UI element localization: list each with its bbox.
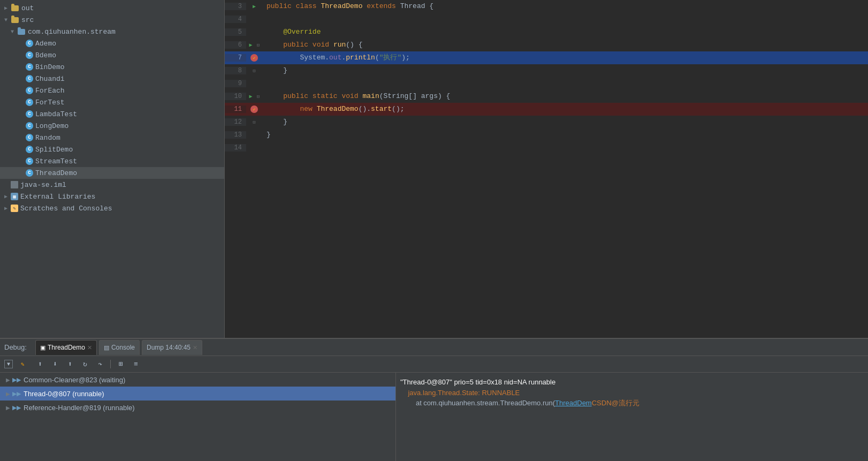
- code-line-13: 13 }: [225, 129, 868, 141]
- class-icon-foreach: C: [26, 87, 33, 94]
- stack-frame-line: at com.qiuhuanhen.stream.ThreadDemo.run(…: [400, 398, 864, 409]
- restore-btn[interactable]: ⬆: [34, 358, 46, 370]
- line-num-5: 5: [225, 28, 246, 36]
- code-line-3: 3 ▶ public class ThreadDemo extends Thre…: [225, 0, 868, 13]
- folder-icon-package: [17, 27, 26, 36]
- line-num-11: 11: [225, 105, 246, 113]
- line-num-12: 12: [225, 118, 246, 126]
- threads-panel: ▶ ▶▶ Common-Cleaner@823 (waiting) ▶ ▶▶ T…: [0, 373, 396, 461]
- line-num-8: 8: [225, 67, 246, 74]
- run-icon-10[interactable]: ▶: [247, 93, 255, 100]
- gutter-11[interactable]: ✓: [246, 105, 262, 113]
- line-content-3: public class ThreadDemo extends Thread {: [262, 0, 868, 13]
- file-tree[interactable]: out src com.qiuhuanhen.stream: [0, 0, 225, 338]
- tree-item-iml[interactable]: java-se.iml: [0, 179, 224, 191]
- tab-threaddemo[interactable]: ▣ ThreadDemo ✕: [35, 340, 97, 355]
- tree-item-src[interactable]: src: [0, 14, 224, 26]
- gutter-6[interactable]: ▶ ⊟: [246, 41, 262, 49]
- gutter-7[interactable]: ✓: [246, 54, 262, 62]
- tab-close-threaddemo[interactable]: ✕: [87, 344, 92, 351]
- expand-scratches-icon: [2, 205, 10, 212]
- line-num-3: 3: [225, 3, 246, 10]
- tree-item-splitdemo[interactable]: C SplitDemo: [0, 143, 224, 155]
- tree-item-extlibs[interactable]: ▦ External Libraries: [0, 191, 224, 202]
- filter-icon[interactable]: ▼: [4, 360, 13, 368]
- code-line-11: 11 ✓ new ThreadDemo().start();: [225, 103, 868, 116]
- tree-item-streamtest[interactable]: C StreamTest: [0, 155, 224, 167]
- tree-item-out[interactable]: out: [0, 2, 224, 14]
- down-btn[interactable]: ⬇: [49, 358, 61, 370]
- stack-link[interactable]: ThreadDem: [555, 399, 592, 407]
- line-num-13: 13: [225, 131, 246, 139]
- tab-close-dump[interactable]: ✕: [193, 344, 197, 351]
- tree-item-chuandi[interactable]: C Chuandi: [0, 73, 224, 85]
- gutter-8[interactable]: ⊟: [246, 67, 262, 74]
- tab-console[interactable]: ▤ Console: [99, 340, 140, 355]
- gutter-3[interactable]: ▶: [246, 3, 262, 10]
- stack-state-line: java.lang.Thread.State: RUNNABLE: [400, 388, 864, 398]
- line-num-9: 9: [225, 80, 246, 87]
- line-num-14: 14: [225, 144, 246, 152]
- run-icon-3[interactable]: ▶: [250, 3, 258, 10]
- tree-item-lambdatest[interactable]: C LambdaTest: [0, 108, 224, 120]
- tree-label-random: Random: [35, 134, 60, 142]
- tab-dump[interactable]: Dump 14:40:45 ✕: [142, 340, 202, 355]
- tree-item-random[interactable]: C Random: [0, 132, 224, 143]
- thread-0-item[interactable]: ▶ ▶▶ Thread-0@807 (runnable): [0, 387, 395, 400]
- thread-expand-0: ▶: [4, 390, 12, 397]
- thread-ref-handler[interactable]: ▶ ▶▶ Reference-Handler@819 (runnable): [0, 400, 395, 414]
- tree-label-bindemo: BinDemo: [35, 63, 65, 71]
- class-icon-splitdemo: C: [26, 146, 33, 153]
- thread-icon-common: ▶▶: [13, 376, 20, 383]
- tree-label-iml: java-se.iml: [20, 181, 66, 189]
- fold-icon-8[interactable]: ⊟: [251, 67, 257, 74]
- tree-item-package[interactable]: com.qiuhuanhen.stream: [0, 26, 224, 37]
- list-btn[interactable]: ≡: [130, 358, 142, 370]
- up-btn[interactable]: ⬆: [64, 358, 76, 370]
- edit-icon[interactable]: ✎: [18, 360, 27, 368]
- thread-label-0: Thread-0@807 (runnable): [24, 390, 104, 398]
- code-line-12: 12 ⊟ }: [225, 116, 868, 129]
- run-icon-6[interactable]: ▶: [247, 41, 255, 49]
- class-icon-random: C: [26, 134, 33, 141]
- line-content-5: @Override: [262, 26, 868, 39]
- code-line-14: 14: [225, 141, 868, 154]
- class-icon-bdemo: C: [26, 51, 33, 59]
- line-num-10: 10: [225, 93, 246, 100]
- code-line-4: 4: [225, 13, 868, 26]
- tree-item-fortest[interactable]: C ForTest: [0, 96, 224, 108]
- fold-icon-10[interactable]: ⊟: [255, 93, 262, 100]
- fold-icon-12[interactable]: ⊟: [251, 119, 257, 125]
- line-content-9: [262, 77, 868, 90]
- line-num-6: 6: [225, 41, 246, 49]
- code-line-9: 9: [225, 77, 868, 90]
- iml-icon: [11, 181, 18, 188]
- tree-item-bindemo[interactable]: C BinDemo: [0, 61, 224, 73]
- expand-package-icon: [9, 28, 16, 35]
- fold-icon-6[interactable]: ⊟: [255, 42, 262, 48]
- tree-item-scratches[interactable]: ✎ Scratches and Consoles: [0, 202, 224, 214]
- stack-panel: "Thread-0@807" prio=5 tid=0x18 nid=NA ru…: [396, 373, 868, 461]
- gutter-12[interactable]: ⊟: [246, 119, 262, 125]
- tree-label-out: out: [21, 4, 34, 12]
- breakpoint-icon-7[interactable]: ✓: [250, 54, 258, 62]
- debug-toolbar: ▼ ✎ ⬆ ⬇ ⬆ ↻ ↷ ⊞ ≡: [0, 356, 868, 373]
- tab-icon-threaddemo: ▣: [40, 344, 45, 351]
- expand-src-icon: [2, 16, 10, 24]
- folder-icon-src: [11, 16, 19, 24]
- class-icon-chuandi: C: [26, 75, 33, 82]
- tree-label-streamtest: StreamTest: [35, 157, 77, 165]
- tree-item-threaddemo[interactable]: C ThreadDemo: [0, 167, 224, 179]
- tree-item-foreach[interactable]: C ForEach: [0, 85, 224, 96]
- gutter-10[interactable]: ▶ ⊟: [246, 93, 262, 100]
- tree-item-bdemo[interactable]: C Bdemo: [0, 49, 224, 61]
- thread-common-cleaner[interactable]: ▶ ▶▶ Common-Cleaner@823 (waiting): [0, 373, 395, 387]
- line-content-12: }: [262, 116, 868, 129]
- tree-item-longdemo[interactable]: C LongDemo: [0, 120, 224, 132]
- class-icon-fortest: C: [26, 99, 33, 106]
- breakpoint-icon-11[interactable]: ✓: [250, 105, 258, 113]
- resume-btn[interactable]: ↻: [79, 358, 91, 370]
- pause-btn[interactable]: ↷: [94, 358, 106, 370]
- tree-item-ademo[interactable]: C Ademo: [0, 37, 224, 49]
- grid-btn[interactable]: ⊞: [115, 358, 127, 370]
